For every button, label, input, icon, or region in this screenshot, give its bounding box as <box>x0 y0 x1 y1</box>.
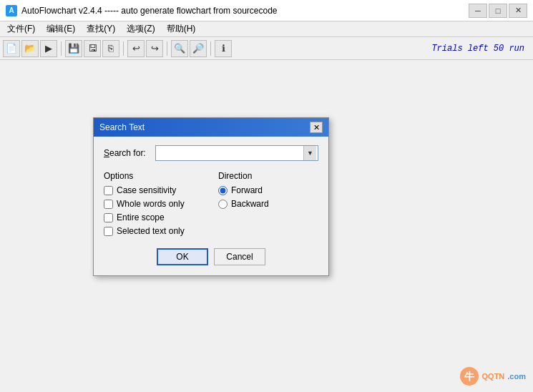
titlebar: A AutoFlowchart v2.4.4 ----- auto genera… <box>0 0 533 21</box>
buttons-row: OK Cancel <box>104 248 318 265</box>
watermark-logo-icon: 牛 <box>459 366 479 386</box>
ok-button[interactable]: OK <box>157 248 208 265</box>
options-label: Options <box>104 171 204 181</box>
toolbar-sep2 <box>123 41 124 56</box>
dialog-close-button[interactable]: ✕ <box>310 122 323 133</box>
toolbar-open[interactable]: 📂 <box>21 40 39 57</box>
search-row: Search for: ▼ <box>104 145 318 161</box>
options-direction-row: Options Case sensitivity Whole words onl… <box>104 171 318 240</box>
search-label: Search for: <box>104 148 155 158</box>
whole-words-label[interactable]: Whole words only <box>117 199 185 209</box>
options-column: Options Case sensitivity Whole words onl… <box>104 171 204 240</box>
toolbar-sep1 <box>61 41 62 56</box>
forward-radio[interactable] <box>218 186 228 195</box>
main-area: Search Text ✕ Search for: ▼ Options <box>0 60 533 392</box>
menu-edit[interactable]: 编辑(E) <box>41 21 81 36</box>
toolbar-sep3 <box>167 41 167 56</box>
backward-label[interactable]: Backward <box>231 199 269 209</box>
menu-help[interactable]: 帮助(H) <box>161 21 202 36</box>
case-sensitivity-label[interactable]: Case sensitivity <box>117 185 176 195</box>
toolbar-new[interactable]: 📄 <box>3 40 20 57</box>
toolbar-zoomout[interactable]: 🔎 <box>190 40 207 57</box>
entire-scope-label[interactable]: Entire scope <box>117 212 165 222</box>
forward-label[interactable]: Forward <box>231 185 263 195</box>
selected-text-checkbox[interactable] <box>104 227 113 236</box>
whole-words-checkbox[interactable] <box>104 200 113 209</box>
watermark-qq: QQTN <box>482 372 505 381</box>
toolbar-sep4 <box>210 41 211 56</box>
dialog-titlebar: Search Text ✕ <box>94 118 328 137</box>
search-input[interactable] <box>157 148 303 158</box>
case-sensitivity-row: Case sensitivity <box>104 185 204 195</box>
menubar: 文件(F) 编辑(E) 查找(Y) 选项(Z) 帮助(H) <box>0 21 533 37</box>
toolbar-copy[interactable]: ⎘ <box>102 40 119 57</box>
search-dropdown-button[interactable]: ▼ <box>303 146 316 160</box>
direction-column: Direction Forward Backward <box>218 171 318 240</box>
app-icon: A <box>6 5 17 16</box>
titlebar-title: AutoFlowchart v2.4.4 ----- auto generate… <box>21 6 464 16</box>
toolbar-save[interactable]: 💾 <box>65 40 82 57</box>
dialog-title: Search Text <box>99 122 310 132</box>
trials-text: Trials left 50 run <box>431 44 530 54</box>
titlebar-controls: ─ □ ✕ <box>469 4 527 18</box>
toolbar: 📄 📂 ▶ 💾 🖫 ⎘ ↩ ↪ 🔍 🔎 ℹ Trials left 50 run <box>0 37 533 60</box>
svg-text:牛: 牛 <box>464 371 475 382</box>
toolbar-zoomin[interactable]: 🔍 <box>171 40 188 57</box>
forward-row: Forward <box>218 185 318 195</box>
toolbar-save2[interactable]: 🖫 <box>84 40 101 57</box>
menu-search[interactable]: 查找(Y) <box>81 21 121 36</box>
whole-words-row: Whole words only <box>104 199 204 209</box>
toolbar-info[interactable]: ℹ <box>215 40 232 57</box>
backward-row: Backward <box>218 199 318 209</box>
toolbar-play[interactable]: ▶ <box>40 40 57 57</box>
menu-file[interactable]: 文件(F) <box>1 21 41 36</box>
entire-scope-row: Entire scope <box>104 212 204 222</box>
entire-scope-checkbox[interactable] <box>104 213 113 222</box>
direction-label: Direction <box>218 171 318 181</box>
case-sensitivity-checkbox[interactable] <box>104 186 113 195</box>
watermark-com: .com <box>507 372 526 381</box>
minimize-button[interactable]: ─ <box>469 4 487 18</box>
toolbar-undo[interactable]: ↩ <box>127 40 145 57</box>
close-button[interactable]: ✕ <box>509 4 527 18</box>
toolbar-redo[interactable]: ↪ <box>146 40 163 57</box>
menu-options[interactable]: 选项(Z) <box>121 21 160 36</box>
selected-text-row: Selected text only <box>104 226 204 236</box>
maximize-button[interactable]: □ <box>489 4 507 18</box>
search-input-wrapper: ▼ <box>155 145 318 161</box>
dialog-content: Search for: ▼ Options Case sensitivity <box>94 137 328 275</box>
selected-text-label[interactable]: Selected text only <box>117 226 185 236</box>
search-dialog: Search Text ✕ Search for: ▼ Options <box>93 117 329 276</box>
backward-radio[interactable] <box>218 200 228 209</box>
cancel-button[interactable]: Cancel <box>214 248 265 265</box>
watermark: 牛 QQTN .com <box>459 366 526 386</box>
